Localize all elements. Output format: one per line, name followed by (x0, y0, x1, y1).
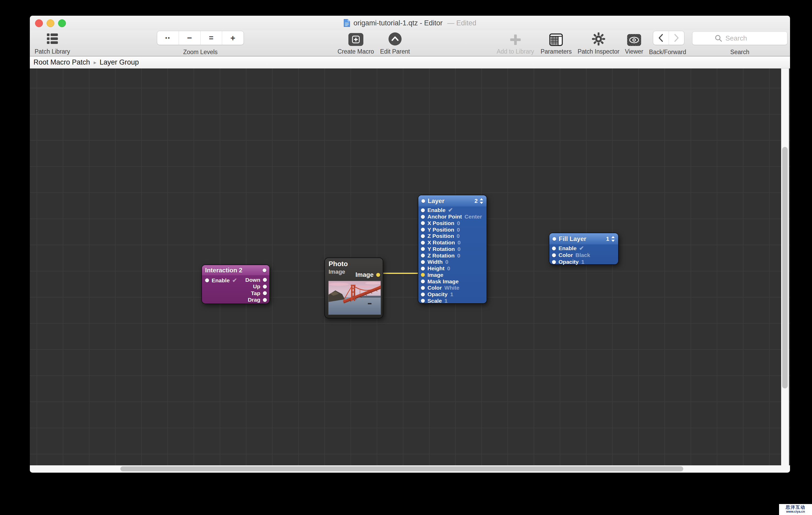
viewer-label: Viewer (625, 48, 643, 55)
zoom-in-button[interactable]: + (222, 31, 243, 45)
port-x-rotation[interactable] (421, 241, 425, 245)
window-title-cluster: origami-tutorial-1.qtz - Editor — Edited (344, 19, 476, 27)
port-y-rotation[interactable] (421, 247, 425, 251)
chevron-left-icon (658, 33, 664, 42)
port-opacity[interactable] (421, 293, 425, 297)
interaction-enable-row: Enable ✔ (205, 277, 237, 284)
gear-icon (591, 32, 606, 46)
layer-header-port[interactable] (422, 199, 425, 203)
port-x-position[interactable] (421, 221, 425, 225)
breadcrumb-root[interactable]: Root Macro Patch (33, 58, 90, 66)
port-scale[interactable] (421, 299, 425, 303)
port-z-position[interactable] (421, 234, 425, 238)
photo-thumbnail (328, 281, 381, 315)
port-color[interactable] (552, 253, 556, 257)
interaction-output-row: Drag (248, 297, 267, 304)
patch-canvas[interactable]: Interaction 2 Enable ✔ Down Up Tap Drag … (30, 68, 790, 465)
edit-parent-icon (388, 32, 402, 46)
port-row: X Position0 (418, 220, 487, 226)
zoom-out-button[interactable]: − (179, 31, 201, 45)
zoom-actual-button[interactable]: •• (157, 31, 179, 45)
layer-count: 2 (474, 198, 478, 205)
horizontal-scrollbar[interactable] (30, 465, 790, 473)
interaction-enable-port[interactable] (205, 278, 209, 282)
output-tap-port[interactable] (263, 291, 267, 295)
output-up-label: Up (253, 283, 260, 290)
fill-layer-count: 1 (606, 236, 609, 242)
layer-node-header[interactable]: Layer 2 (418, 195, 487, 207)
port-anchor-point[interactable] (421, 215, 425, 219)
port-opacity[interactable] (552, 260, 556, 264)
horizontal-scrollbar-thumb[interactable] (120, 466, 683, 471)
breadcrumb-current[interactable]: Layer Group (100, 58, 139, 66)
port-image[interactable] (421, 273, 425, 277)
output-up-port[interactable] (263, 285, 267, 289)
back-forward-label: Back/Forward (649, 49, 686, 56)
photo-image-output-label: Image (355, 271, 374, 278)
watermark-line1: 思洋互动 (779, 505, 812, 510)
photo-node[interactable]: Photo Image Image (324, 258, 383, 319)
stepper-arrows-icon (611, 236, 615, 242)
vertical-scrollbar-thumb[interactable] (782, 147, 788, 389)
port-enable[interactable] (552, 246, 556, 250)
forward-button[interactable] (669, 31, 684, 45)
patch-library-button[interactable]: Patch Library (34, 31, 70, 55)
parameters-button[interactable]: Parameters (541, 31, 572, 55)
search-input[interactable] (725, 34, 765, 42)
layer-count-stepper[interactable]: 2 (474, 198, 484, 205)
fill-layer-node[interactable]: Fill Layer 1 Enable✔ ColorBlack Opacity1 (549, 233, 619, 265)
photo-image-output-port[interactable] (376, 273, 380, 277)
fullscreen-button[interactable] (58, 19, 66, 27)
edit-parent-button[interactable]: Edit Parent (380, 31, 410, 55)
patch-inspector-button[interactable]: Patch Inspector (578, 31, 619, 55)
create-macro-label: Create Macro (338, 48, 374, 55)
breadcrumb: Root Macro Patch ▸ Layer Group (30, 57, 790, 68)
port-y-position[interactable] (421, 228, 425, 232)
watermark: 思洋互动 www.ciya.cn (779, 504, 812, 515)
port-height[interactable] (421, 267, 425, 271)
output-down-port[interactable] (263, 278, 267, 282)
fill-layer-count-stepper[interactable]: 1 (606, 236, 615, 242)
output-drag-port[interactable] (263, 298, 267, 302)
fill-layer-ports: Enable✔ ColorBlack Opacity1 (549, 244, 618, 265)
port-mask-image[interactable] (421, 279, 425, 283)
patch-library-icon (45, 32, 59, 46)
viewer-button[interactable]: Viewer (625, 31, 643, 55)
wire-photo-to-layer[interactable] (378, 273, 421, 274)
back-button[interactable] (653, 31, 669, 45)
title-bar[interactable]: origami-tutorial-1.qtz - Editor — Edited (30, 16, 790, 30)
create-macro-button[interactable]: Create Macro (338, 31, 374, 55)
toolbar: Patch Library •• − = + Zoom Levels Creat… (30, 30, 790, 57)
patch-library-label: Patch Library (34, 48, 70, 55)
document-icon (344, 19, 350, 27)
search-field[interactable] (692, 31, 787, 45)
port-row: Z Position0 (418, 233, 487, 239)
port-z-rotation[interactable] (421, 253, 425, 258)
interaction-node-header[interactable]: Interaction 2 (202, 265, 269, 275)
layer-node[interactable]: Layer 2 Enable✔ Anchor PointCenter X Pos… (418, 195, 487, 304)
port-width[interactable] (421, 260, 425, 264)
port-row: Mask Image (418, 278, 487, 285)
vertical-scrollbar[interactable] (781, 68, 789, 465)
fill-layer-header-port[interactable] (552, 237, 556, 241)
interaction-output-row: Up (253, 283, 267, 290)
interaction-node[interactable]: Interaction 2 Enable ✔ Down Up Tap Drag (201, 265, 270, 304)
zoom-levels-label: Zoom Levels (183, 49, 218, 56)
edit-parent-label: Edit Parent (380, 48, 410, 55)
parameters-icon (549, 33, 563, 46)
port-row: Enable✔ (418, 207, 487, 214)
output-tap-label: Tap (251, 290, 260, 297)
interaction-header-port[interactable] (263, 269, 266, 272)
port-row: ColorBlack (549, 252, 618, 259)
minimize-button[interactable] (47, 19, 54, 27)
port-row: Y Position0 (418, 226, 487, 233)
zoom-fit-button[interactable]: = (201, 31, 222, 45)
layer-ports: Enable✔ Anchor PointCenter X Position0 Y… (418, 207, 487, 304)
port-enable[interactable] (421, 208, 425, 212)
photo-image-output-row: Image (355, 271, 380, 278)
add-to-library-button[interactable]: Add to Library (496, 31, 534, 55)
fill-layer-node-header[interactable]: Fill Layer 1 (549, 233, 618, 244)
port-color[interactable] (421, 286, 425, 290)
close-button[interactable] (35, 19, 43, 27)
photo-node-title: Photo (328, 260, 348, 268)
